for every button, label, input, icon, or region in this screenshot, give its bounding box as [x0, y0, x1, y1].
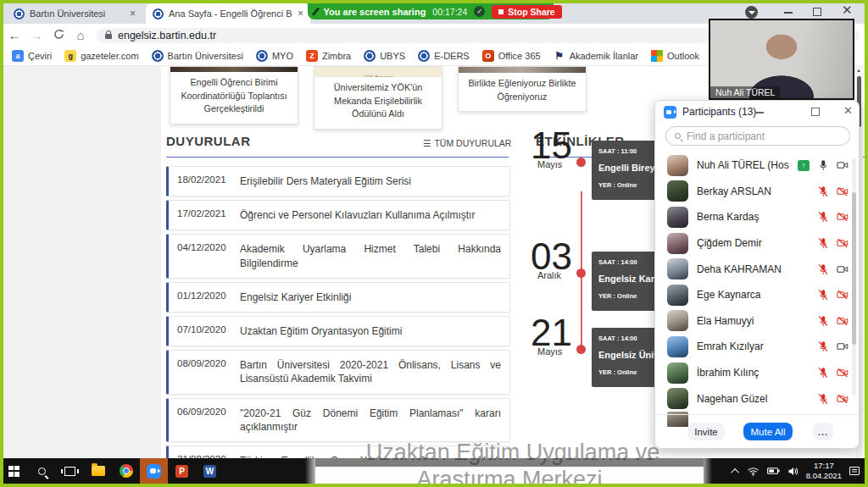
- announcement-text: Engelsiz Kariyer Etkinliği: [240, 291, 501, 304]
- mic-icon[interactable]: [817, 185, 829, 197]
- file-explorer-button[interactable]: [84, 458, 112, 484]
- camera-icon[interactable]: [837, 185, 849, 197]
- window-minimize-button[interactable]: [784, 12, 793, 14]
- task-view-button[interactable]: [56, 458, 84, 484]
- tray-expand-icon[interactable]: [731, 468, 739, 476]
- participant-row[interactable]: Emrah Kızılyar ↑: [655, 334, 859, 360]
- word-button[interactable]: W: [196, 458, 224, 484]
- bookmark[interactable]: E-DERS: [418, 50, 470, 62]
- participant-row[interactable]: İbrahim Kılınç ↑: [655, 360, 859, 386]
- mic-icon[interactable]: [817, 237, 829, 249]
- bookmark-favicon: [12, 50, 24, 62]
- panel-scrollbar[interactable]: [852, 158, 856, 396]
- mic-icon[interactable]: [817, 159, 829, 171]
- participant-search-input[interactable]: Find a participant: [665, 126, 850, 146]
- camera-icon[interactable]: [837, 289, 849, 301]
- participant-row[interactable]: Ege Kaynarca ↑: [655, 282, 859, 308]
- invite-button[interactable]: Invite: [687, 423, 725, 440]
- bookmark[interactable]: Çeviri: [12, 50, 52, 62]
- bookmark[interactable]: Zimbra: [306, 50, 351, 62]
- announcement-date: 07/10/2020: [177, 324, 235, 338]
- window-close-button[interactable]: ✕: [842, 3, 853, 18]
- mic-icon[interactable]: [817, 289, 829, 301]
- taskbar-clock[interactable]: 17:17 8.04.2021: [806, 461, 842, 481]
- mic-icon[interactable]: [817, 393, 829, 405]
- more-options-button[interactable]: ...: [813, 423, 833, 440]
- volume-icon[interactable]: [787, 467, 798, 476]
- announcement-row[interactable]: 18/02/2021 Erişilebilir Ders Materyali E…: [166, 166, 510, 196]
- participants-title: Participants (13): [682, 106, 756, 118]
- camera-icon[interactable]: [837, 367, 849, 379]
- webcam-video[interactable]: Nuh Ali TÜREL: [709, 19, 854, 100]
- panel-minimize-button[interactable]: [755, 112, 764, 113]
- browser-menu-dropdown-icon[interactable]: [745, 6, 758, 19]
- announcement-row[interactable]: 06/09/2020 "2020-21 Güz Dönemi Eğitim Pl…: [166, 398, 510, 442]
- mic-icon[interactable]: [817, 211, 829, 223]
- bookmark-favicon: [418, 50, 430, 62]
- notification-center-icon[interactable]: [849, 467, 860, 475]
- bookmark[interactable]: Bartın Üniversitesi: [152, 50, 243, 62]
- participant-row[interactable]: Çiğdem Demir ↑: [655, 230, 859, 257]
- back-icon[interactable]: ←: [3, 28, 25, 42]
- announcement-row[interactable]: 17/02/2021 Öğrenci ve Personel Kılavuzla…: [166, 200, 510, 230]
- news-card[interactable]: Engelli Öğrenci Birimi Koordinatörlüğü T…: [170, 66, 298, 125]
- panel-maximize-button[interactable]: [811, 108, 820, 116]
- camera-icon[interactable]: [837, 237, 849, 249]
- forward-icon[interactable]: →: [25, 28, 47, 42]
- zoom-app-button-active[interactable]: [140, 458, 168, 484]
- announcement-row[interactable]: 07/10/2020 Uzaktan Eğitim Oryantasyon Eğ…: [166, 316, 510, 346]
- bookmark[interactable]: gazeteler.com: [64, 50, 138, 62]
- taskbar-search-button[interactable]: [28, 458, 56, 484]
- annotate-pencil-icon[interactable]: [312, 7, 320, 15]
- start-button[interactable]: [0, 458, 28, 484]
- scroll-up-icon[interactable]: ▲: [856, 68, 861, 73]
- announcement-row[interactable]: 01/12/2020 Engelsiz Kariyer Etkinliği: [166, 282, 510, 313]
- list-icon: ☰: [423, 138, 431, 148]
- tab-close-icon[interactable]: ×: [130, 8, 136, 19]
- tab-close-icon[interactable]: ×: [298, 8, 303, 19]
- news-card[interactable]: Birlikte Eğleniyoruz Birlikte Öğreniyoru…: [458, 66, 587, 112]
- camera-icon[interactable]: [837, 393, 849, 405]
- mute-all-button[interactable]: Mute All: [743, 423, 793, 440]
- chrome-icon: [120, 464, 133, 478]
- browser-tab[interactable]: Bartın Üniversitesi ×: [7, 3, 142, 24]
- camera-icon[interactable]: [837, 159, 849, 171]
- mic-icon[interactable]: [817, 315, 829, 327]
- bookmark[interactable]: Office 365: [482, 50, 541, 62]
- wifi-icon[interactable]: [747, 467, 760, 476]
- all-announcements-link[interactable]: ☰ TÜM DUYURULAR: [423, 138, 511, 148]
- announcement-row[interactable]: 08/09/2020 Bartın Üniversitesi 2020-2021…: [166, 350, 510, 394]
- announcement-date: 01/12/2020: [177, 291, 235, 304]
- camera-icon[interactable]: [837, 340, 849, 352]
- stop-icon: [498, 9, 504, 14]
- battery-icon[interactable]: [767, 467, 780, 475]
- camera-icon[interactable]: [837, 211, 849, 223]
- bookmark[interactable]: MYO: [256, 50, 293, 62]
- mic-icon[interactable]: [817, 263, 829, 275]
- bookmark[interactable]: Akademik İlanlar: [554, 50, 638, 62]
- bookmark-favicon: [482, 50, 494, 62]
- stop-share-button[interactable]: Stop Share: [492, 5, 561, 19]
- camera-icon[interactable]: [837, 315, 849, 327]
- camera-icon[interactable]: [837, 263, 849, 275]
- mic-icon[interactable]: [817, 367, 829, 379]
- powerpoint-button[interactable]: P: [168, 458, 196, 484]
- news-card[interactable]: YÖK Başkanı Üniversitemiz YÖK'ün Mekanda…: [314, 66, 442, 130]
- bookmark[interactable]: UBYS: [364, 50, 405, 62]
- browser-tab-active[interactable]: Ana Sayfa - Engelli Öğrenci Birim ×: [146, 3, 310, 24]
- participant-row[interactable]: Nagehan Güzel ↑: [655, 385, 859, 412]
- home-icon[interactable]: ⌂: [70, 28, 92, 42]
- announcement-row[interactable]: 04/12/2020 Akademik Uyarlama Hizmet Tale…: [166, 234, 510, 278]
- window-maximize-button[interactable]: [813, 8, 821, 16]
- participant-row[interactable]: Nuh Ali TÜREL (Host, me) ↑: [655, 152, 859, 179]
- chrome-button[interactable]: [112, 458, 140, 484]
- participant-row[interactable]: Berkay ARSLAN ↑: [655, 179, 859, 205]
- reload-icon[interactable]: [47, 28, 70, 42]
- participant-row[interactable]: Berna Kardaş ↑: [655, 204, 859, 230]
- participant-row[interactable]: Deha KAHRAMAN ↑: [655, 256, 859, 282]
- participant-row[interactable]: Ela Hamuyyi ↑: [655, 308, 859, 335]
- announcement-text: Bartın Üniversitesi 2020-2021 Önlisans, …: [240, 358, 501, 385]
- mic-icon[interactable]: [817, 340, 829, 352]
- panel-close-button[interactable]: ✕: [843, 104, 853, 117]
- bookmark[interactable]: Outlook: [651, 50, 699, 62]
